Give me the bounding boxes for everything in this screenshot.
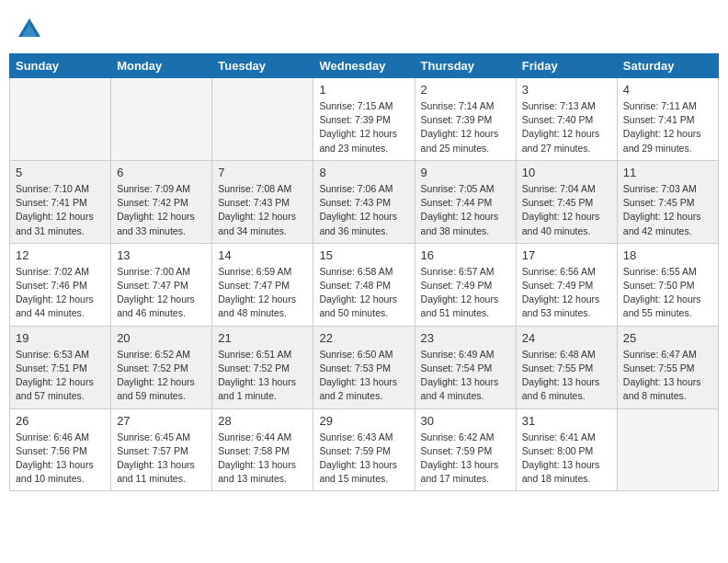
calendar-day-cell: 27Sunrise: 6:45 AM Sunset: 7:57 PM Dayli… — [111, 408, 212, 491]
calendar-day-cell: 6Sunrise: 7:09 AM Sunset: 7:42 PM Daylig… — [111, 160, 212, 243]
day-number: 10 — [522, 166, 611, 179]
day-number: 25 — [623, 331, 712, 345]
calendar-week-row: 26Sunrise: 6:46 AM Sunset: 7:56 PM Dayli… — [10, 408, 719, 491]
day-number: 22 — [319, 331, 408, 345]
day-info: Sunrise: 7:11 AM Sunset: 7:41 PM Dayligh… — [623, 99, 712, 155]
day-number: 15 — [319, 248, 408, 262]
day-info: Sunrise: 7:05 AM Sunset: 7:44 PM Dayligh… — [421, 182, 510, 238]
day-info: Sunrise: 6:58 AM Sunset: 7:48 PM Dayligh… — [319, 265, 408, 321]
calendar-day-cell: 21Sunrise: 6:51 AM Sunset: 7:52 PM Dayli… — [212, 326, 313, 408]
calendar-day-cell: 14Sunrise: 6:59 AM Sunset: 7:47 PM Dayli… — [212, 243, 313, 326]
calendar-day-cell: 28Sunrise: 6:44 AM Sunset: 7:58 PM Dayli… — [212, 408, 313, 491]
weekday-header: Thursday — [415, 54, 516, 78]
day-info: Sunrise: 6:46 AM Sunset: 7:56 PM Dayligh… — [16, 431, 105, 487]
day-info: Sunrise: 6:59 AM Sunset: 7:47 PM Dayligh… — [218, 265, 307, 321]
day-number: 21 — [218, 331, 307, 345]
day-number: 3 — [522, 83, 611, 97]
day-number: 4 — [623, 83, 712, 97]
calendar-day-cell: 11Sunrise: 7:03 AM Sunset: 7:45 PM Dayli… — [617, 160, 718, 243]
calendar-day-cell: 29Sunrise: 6:43 AM Sunset: 7:59 PM Dayli… — [313, 408, 415, 491]
day-number: 16 — [421, 248, 510, 262]
day-number: 29 — [319, 414, 408, 428]
calendar-day-cell: 2Sunrise: 7:14 AM Sunset: 7:39 PM Daylig… — [415, 78, 516, 161]
weekday-header: Friday — [516, 54, 617, 78]
day-number: 20 — [117, 331, 206, 345]
weekday-header: Saturday — [617, 54, 718, 78]
day-number: 14 — [218, 248, 307, 262]
calendar-day-cell: 5Sunrise: 7:10 AM Sunset: 7:41 PM Daylig… — [10, 160, 111, 243]
calendar-day-cell — [617, 408, 718, 491]
day-number: 30 — [421, 414, 510, 428]
day-number: 9 — [421, 166, 510, 179]
day-info: Sunrise: 6:47 AM Sunset: 7:55 PM Dayligh… — [623, 348, 712, 404]
calendar-body: 1Sunrise: 7:15 AM Sunset: 7:39 PM Daylig… — [10, 78, 719, 491]
day-number: 27 — [117, 414, 206, 428]
calendar-day-cell: 20Sunrise: 6:52 AM Sunset: 7:52 PM Dayli… — [111, 326, 212, 408]
calendar-day-cell: 26Sunrise: 6:46 AM Sunset: 7:56 PM Dayli… — [10, 408, 111, 491]
day-info: Sunrise: 7:04 AM Sunset: 7:45 PM Dayligh… — [522, 182, 611, 238]
calendar-day-cell: 13Sunrise: 7:00 AM Sunset: 7:47 PM Dayli… — [111, 243, 212, 326]
logo — [13, 15, 42, 46]
calendar-day-cell: 23Sunrise: 6:49 AM Sunset: 7:54 PM Dayli… — [415, 326, 516, 408]
day-number: 17 — [522, 248, 611, 262]
day-info: Sunrise: 7:10 AM Sunset: 7:41 PM Dayligh… — [16, 182, 105, 238]
day-info: Sunrise: 7:02 AM Sunset: 7:46 PM Dayligh… — [16, 265, 105, 321]
calendar-week-row: 5Sunrise: 7:10 AM Sunset: 7:41 PM Daylig… — [10, 160, 719, 243]
day-info: Sunrise: 6:56 AM Sunset: 7:49 PM Dayligh… — [522, 265, 611, 321]
calendar-day-cell: 24Sunrise: 6:48 AM Sunset: 7:55 PM Dayli… — [516, 326, 617, 408]
day-number: 7 — [218, 166, 307, 179]
day-info: Sunrise: 7:15 AM Sunset: 7:39 PM Dayligh… — [319, 99, 408, 155]
calendar-day-cell — [212, 78, 313, 161]
day-info: Sunrise: 7:13 AM Sunset: 7:40 PM Dayligh… — [522, 99, 611, 155]
day-info: Sunrise: 7:06 AM Sunset: 7:43 PM Dayligh… — [319, 182, 408, 238]
day-number: 26 — [16, 414, 105, 428]
weekday-header: Tuesday — [212, 54, 313, 78]
day-info: Sunrise: 7:08 AM Sunset: 7:43 PM Dayligh… — [218, 182, 307, 238]
weekday-header: Wednesday — [313, 54, 415, 78]
calendar-day-cell: 9Sunrise: 7:05 AM Sunset: 7:44 PM Daylig… — [415, 160, 516, 243]
weekday-header: Monday — [111, 54, 212, 78]
day-info: Sunrise: 6:49 AM Sunset: 7:54 PM Dayligh… — [421, 348, 510, 404]
day-info: Sunrise: 6:53 AM Sunset: 7:51 PM Dayligh… — [16, 348, 105, 404]
logo-icon — [17, 17, 42, 46]
calendar-day-cell: 8Sunrise: 7:06 AM Sunset: 7:43 PM Daylig… — [313, 160, 415, 243]
day-info: Sunrise: 6:43 AM Sunset: 7:59 PM Dayligh… — [319, 431, 408, 487]
calendar-table: SundayMondayTuesdayWednesdayThursdayFrid… — [9, 53, 719, 491]
calendar-header-row: SundayMondayTuesdayWednesdayThursdayFrid… — [10, 54, 719, 78]
day-info: Sunrise: 7:03 AM Sunset: 7:45 PM Dayligh… — [623, 182, 712, 238]
day-number: 5 — [16, 166, 105, 179]
day-number: 8 — [319, 166, 408, 179]
day-info: Sunrise: 6:42 AM Sunset: 7:59 PM Dayligh… — [421, 431, 510, 487]
day-number: 18 — [623, 248, 712, 262]
calendar-day-cell: 15Sunrise: 6:58 AM Sunset: 7:48 PM Dayli… — [313, 243, 415, 326]
calendar-day-cell: 12Sunrise: 7:02 AM Sunset: 7:46 PM Dayli… — [10, 243, 111, 326]
weekday-header: Sunday — [10, 54, 111, 78]
calendar-day-cell: 19Sunrise: 6:53 AM Sunset: 7:51 PM Dayli… — [10, 326, 111, 408]
calendar-day-cell: 3Sunrise: 7:13 AM Sunset: 7:40 PM Daylig… — [516, 78, 617, 161]
day-info: Sunrise: 6:41 AM Sunset: 8:00 PM Dayligh… — [522, 431, 611, 487]
calendar-day-cell: 18Sunrise: 6:55 AM Sunset: 7:50 PM Dayli… — [617, 243, 718, 326]
day-number: 6 — [117, 166, 206, 179]
day-info: Sunrise: 6:50 AM Sunset: 7:53 PM Dayligh… — [319, 348, 408, 404]
day-number: 24 — [522, 331, 611, 345]
calendar-week-row: 12Sunrise: 7:02 AM Sunset: 7:46 PM Dayli… — [10, 243, 719, 326]
calendar-day-cell: 16Sunrise: 6:57 AM Sunset: 7:49 PM Dayli… — [415, 243, 516, 326]
day-info: Sunrise: 6:48 AM Sunset: 7:55 PM Dayligh… — [522, 348, 611, 404]
day-info: Sunrise: 7:00 AM Sunset: 7:47 PM Dayligh… — [117, 265, 206, 321]
page-header — [9, 9, 719, 46]
calendar-day-cell: 17Sunrise: 6:56 AM Sunset: 7:49 PM Dayli… — [516, 243, 617, 326]
day-info: Sunrise: 6:44 AM Sunset: 7:58 PM Dayligh… — [218, 431, 307, 487]
calendar-day-cell: 7Sunrise: 7:08 AM Sunset: 7:43 PM Daylig… — [212, 160, 313, 243]
day-info: Sunrise: 6:55 AM Sunset: 7:50 PM Dayligh… — [623, 265, 712, 321]
day-number: 31 — [522, 414, 611, 428]
day-number: 23 — [421, 331, 510, 345]
day-number: 2 — [421, 83, 510, 97]
calendar-week-row: 19Sunrise: 6:53 AM Sunset: 7:51 PM Dayli… — [10, 326, 719, 408]
calendar-day-cell: 25Sunrise: 6:47 AM Sunset: 7:55 PM Dayli… — [617, 326, 718, 408]
day-number: 11 — [623, 166, 712, 179]
calendar-day-cell: 4Sunrise: 7:11 AM Sunset: 7:41 PM Daylig… — [617, 78, 718, 161]
day-number: 28 — [218, 414, 307, 428]
day-info: Sunrise: 7:09 AM Sunset: 7:42 PM Dayligh… — [117, 182, 206, 238]
day-number: 12 — [16, 248, 105, 262]
calendar-day-cell: 1Sunrise: 7:15 AM Sunset: 7:39 PM Daylig… — [313, 78, 415, 161]
